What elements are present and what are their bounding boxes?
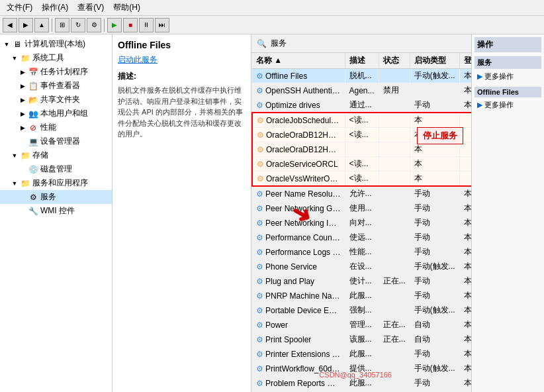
service-gear-icon: ⚙ — [256, 233, 263, 242]
disk-icon: 💿 — [28, 164, 38, 175]
service-name: ⚙OracleOraDB12Home1T... — [252, 142, 345, 157]
start-service-link[interactable]: 启动此服务 — [118, 54, 246, 66]
service-status — [379, 113, 410, 128]
table-row[interactable]: ⚙Peer Networking Groupi... 使用... 手动 本 — [252, 201, 471, 216]
service-desc: 允许... — [345, 186, 379, 201]
refresh-button[interactable]: ↻ — [71, 18, 85, 32]
service-name: ⚙Problem Reports Contro... — [252, 376, 345, 391]
service-name: ⚙PrintWorkflow_60d2b18 — [252, 362, 345, 376]
stop-service-button[interactable]: ■ — [123, 18, 138, 32]
service-logon: 本 — [459, 230, 471, 245]
service-desc: <读... — [345, 128, 379, 142]
service-logon — [459, 113, 471, 128]
service-desc: 脱机... — [345, 69, 379, 83]
forward-button[interactable]: ▶ — [19, 18, 33, 32]
service-startup: 手动 — [410, 245, 459, 260]
service-logon: 本 — [459, 260, 471, 274]
menu-file[interactable]: 文件(F) — [3, 1, 36, 15]
service-status — [379, 216, 410, 230]
col-header-status[interactable]: 状态 — [379, 53, 410, 69]
service-status — [379, 186, 410, 201]
service-status: 正在... — [379, 332, 410, 347]
table-row[interactable]: ⚙Optimize drives 通过... 手动 本 — [252, 98, 471, 113]
service-area: 🔍 服务 名称 ▲ 描述 状态 启动类型 登^ ⚙Offline Files — [251, 34, 471, 392]
restart-service-button[interactable]: ⏭ — [155, 18, 169, 32]
event-label: 事件查看器 — [40, 80, 80, 91]
start-service-button[interactable]: ▶ — [107, 18, 122, 32]
action-more-service[interactable]: ▶ 更多操作 — [475, 70, 541, 83]
device-label: 设备管理器 — [40, 136, 80, 147]
table-row[interactable]: ⚙Phone Service 在设... 手动(触发... 本 — [252, 260, 471, 274]
tree-services-apps[interactable]: ▼ 📁 服务和应用程序 — [0, 176, 112, 190]
service-gear-icon: ⚙ — [256, 86, 263, 95]
tree-task-scheduler[interactable]: ▶ 📅 任务计划程序 — [0, 65, 112, 79]
tree-local-users[interactable]: ▶ 👥 本地用户和组 — [0, 107, 112, 121]
search-icon: 🔍 — [257, 39, 267, 48]
service-gear-icon: ⚙ — [257, 130, 264, 140]
expand-disk — [19, 166, 26, 173]
service-desc: Agen... — [345, 83, 379, 98]
service-status: 正在... — [379, 318, 410, 332]
col-header-desc[interactable]: 描述 — [345, 53, 379, 69]
menu-action[interactable]: 操作(A) — [38, 1, 72, 15]
tree-disk-mgmt[interactable]: 💿 磁盘管理 — [0, 162, 112, 176]
table-row[interactable]: ⚙Performance Counter DL... 使远... 手动 本 — [252, 230, 471, 245]
col-header-name[interactable]: 名称 ▲ — [252, 53, 345, 69]
table-row[interactable]: ⚙OracleJobSchedulerORCL <读... 本 — [252, 113, 471, 128]
table-row[interactable]: ⚙OracleVssWriterORCL <读... 本 — [252, 172, 471, 187]
expand-wmi — [19, 207, 26, 215]
tree-device-manager[interactable]: 💻 设备管理器 — [0, 134, 112, 148]
service-status — [379, 172, 410, 187]
expand-system-tools: ▼ — [11, 54, 19, 62]
table-row[interactable]: ⚙Problem Reports Contro... 此服... 手动 本 — [252, 376, 471, 391]
service-gear-icon: ⚙ — [256, 379, 263, 388]
tree-root-label: 计算机管理(本地) — [24, 38, 85, 50]
table-row[interactable]: ⚙OracleServiceORCL <读... 本 — [252, 157, 471, 172]
tree-system-tools[interactable]: ▼ 📁 系统工具 — [0, 51, 112, 65]
tree-wmi[interactable]: 🔧 WMI 控件 — [0, 204, 112, 218]
table-row[interactable]: ⚙PNRP Machine Name Pu... 此服... 手动 本 — [252, 289, 471, 303]
service-name: ⚙Printer Extensions and N... — [252, 347, 345, 362]
expand-perf: ▶ — [19, 124, 26, 132]
actions-service-title: 服务 — [475, 56, 541, 69]
service-gear-icon: ⚙ — [256, 306, 263, 315]
table-row[interactable]: ⚙Print Spooler 该服... 正在... 自动 本 — [252, 332, 471, 347]
table-row[interactable]: ⚙Offline Files 脱机... 手动(触发... 本 — [252, 69, 471, 83]
table-row[interactable]: ⚙Printer Extensions and N... 此服... 手动 本 — [252, 347, 471, 362]
service-startup — [410, 83, 459, 98]
table-row[interactable]: ⚙Peer Name Resolution Pri... 允许... 手动 本 — [252, 186, 471, 201]
menu-help[interactable]: 帮助(H) — [109, 1, 144, 15]
tree-shared-folders[interactable]: ▶ 📂 共享文件夹 — [0, 93, 112, 107]
service-gear-icon: ⚙ — [256, 364, 263, 373]
table-row[interactable]: ⚙Plug and Play 使计... 正在... 手动 本 — [252, 274, 471, 289]
table-row[interactable]: ⚙Power 管理... 正在... 自动 本 — [252, 318, 471, 332]
table-row[interactable]: ⚙Peer Networking Identity... 向对... 手动 本 — [252, 216, 471, 230]
service-logon: 本 — [459, 376, 471, 391]
table-row[interactable]: ⚙OpenSSH Authentication ... Agen... 禁用 本 — [252, 83, 471, 98]
service-startup: 手动(触发... — [410, 260, 459, 274]
col-header-logon[interactable]: 登^ — [459, 53, 471, 69]
tree-root[interactable]: ▼ 🖥 计算机管理(本地) — [0, 37, 112, 51]
service-name: ⚙Power — [252, 318, 345, 332]
col-header-startup[interactable]: 启动类型 — [410, 53, 459, 69]
up-button[interactable]: ▲ — [34, 18, 49, 32]
table-row[interactable]: ⚙PrintWorkflow_60d2b18 提供... 手动(触发... 本 — [252, 362, 471, 376]
service-name: ⚙Performance Counter DL... — [252, 230, 345, 245]
service-logon: 本 — [459, 289, 471, 303]
show-hide-button[interactable]: ⊞ — [55, 18, 69, 32]
back-button[interactable]: ◀ — [3, 18, 17, 32]
table-row[interactable]: ⚙Performance Logs & Aler... 性能... 手动 本 — [252, 245, 471, 260]
action-more-offline[interactable]: ▶ 更多操作 — [475, 99, 541, 111]
tree-services[interactable]: ⚙ 服务 — [0, 190, 112, 204]
service-desc: <读... — [345, 113, 379, 128]
pause-service-button[interactable]: ⏸ — [139, 18, 154, 32]
service-status — [379, 362, 410, 376]
tree-performance[interactable]: ▶ ⊘ 性能 — [0, 121, 112, 134]
service-logon: 本 — [459, 69, 471, 83]
properties-button[interactable]: ⚙ — [87, 18, 101, 32]
tree-event-viewer[interactable]: ▶ 📋 事件查看器 — [0, 79, 112, 93]
menu-view[interactable]: 查看(V) — [73, 1, 108, 15]
table-row[interactable]: ⚙Portable Device Enumera... 强制... 手动(触发.… — [252, 303, 471, 318]
service-name: ⚙Peer Networking Identity... — [252, 216, 345, 230]
tree-storage[interactable]: ▼ 📁 存储 — [0, 148, 112, 162]
